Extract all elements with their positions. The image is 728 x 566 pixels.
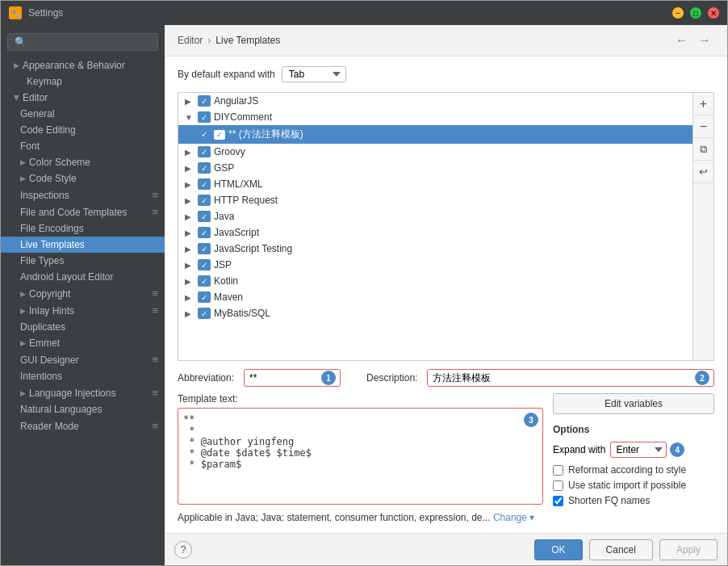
forward-button[interactable]: → — [695, 31, 714, 49]
sidebar-item-label: Font — [20, 140, 40, 152]
template-group-html-xml[interactable]: ▶ ✓ HTML/XML — [178, 176, 692, 192]
sidebar-item-gui-designer[interactable]: GUI Designer ≡ — [1, 351, 165, 368]
sidebar-item-code-style[interactable]: ▶ Code Style — [1, 170, 165, 187]
breadcrumb-parent: Editor — [178, 35, 203, 46]
static-import-checkbox[interactable] — [553, 480, 563, 491]
template-group-mybatis-sql[interactable]: ▶ ✓ MyBatis/SQL — [178, 305, 692, 321]
template-group-jsp[interactable]: ▶ ✓ JSP — [178, 257, 692, 273]
sidebar-item-natural-languages[interactable]: Natural Languages — [1, 401, 165, 417]
badge-icon: ≡ — [152, 206, 158, 218]
template-checkbox[interactable]: ✓ — [198, 211, 211, 222]
expand-with-select[interactable]: Enter Tab Space — [610, 442, 667, 458]
template-group-javascript[interactable]: ▶ ✓ JavaScript — [178, 224, 692, 241]
sidebar-item-label: Inspections — [20, 190, 69, 201]
minimize-button[interactable]: − — [672, 7, 684, 19]
sidebar-item-inlay-hints[interactable]: ▶ Inlay Hints ≡ — [1, 302, 165, 319]
sidebar-item-duplicates[interactable]: Duplicates — [1, 319, 165, 335]
chevron-icon: ▶ — [185, 164, 195, 173]
template-group-angularjs[interactable]: ▶ ✓ AngularJS — [178, 93, 692, 109]
sidebar-search-input[interactable] — [7, 33, 158, 51]
sidebar-item-font[interactable]: Font — [1, 138, 165, 154]
copy-template-button[interactable]: ⧉ — [693, 138, 713, 161]
change-link[interactable]: Change ▾ — [493, 512, 534, 523]
sidebar-item-appearance[interactable]: ▶ Appearance & Behavior — [1, 57, 165, 73]
template-checkbox[interactable]: ✓ — [198, 227, 211, 238]
maximize-button[interactable]: □ — [690, 7, 701, 19]
static-import-row: Use static import if possible — [553, 480, 714, 491]
template-checkbox[interactable]: ✓ — [198, 95, 211, 107]
cancel-button[interactable]: Cancel — [589, 539, 653, 560]
chevron-icon: ▶ — [185, 261, 195, 270]
template-checkbox[interactable]: ✓ — [198, 308, 211, 319]
sidebar-item-copyright[interactable]: ▶ Copyright ≡ — [1, 285, 165, 302]
reformat-checkbox[interactable] — [553, 465, 563, 476]
sidebar-item-label: File Encodings — [20, 223, 84, 234]
expand-default-select[interactable]: Tab Enter Space — [282, 66, 346, 82]
template-checkbox[interactable]: ✓ — [198, 146, 211, 157]
sidebar-item-label: Language Injections — [29, 388, 115, 399]
chevron-icon: ▶ — [14, 61, 19, 69]
description-input[interactable] — [427, 369, 714, 387]
template-group-maven[interactable]: ▶ ✓ Maven — [178, 289, 692, 305]
close-button[interactable]: ✕ — [708, 7, 719, 19]
edit-variables-button[interactable]: Edit variables — [553, 393, 714, 414]
change-link-text[interactable]: Change ▾ — [493, 512, 534, 523]
expand-with-wrapper: Enter Tab Space 4 — [610, 442, 667, 458]
options-group: Options Expand with Enter Tab Space — [553, 424, 714, 506]
sidebar-item-label: GUI Designer — [20, 354, 79, 366]
description-badge: 2 — [695, 371, 709, 385]
description-label: Description: — [366, 372, 417, 384]
template-group-kotlin[interactable]: ▶ ✓ Kotlin — [178, 273, 692, 289]
template-checkbox[interactable]: ✓ — [214, 130, 225, 140]
sidebar-item-android-layout-editor[interactable]: Android Layout Editor — [1, 269, 165, 285]
sidebar-item-file-types[interactable]: File Types — [1, 253, 165, 269]
sidebar-item-keymap[interactable]: Keymap — [1, 73, 165, 90]
template-text-input[interactable]: ** * * @author yingfeng * @date $date$ $… — [178, 408, 543, 505]
template-checkbox[interactable]: ✓ — [198, 195, 211, 206]
sidebar-item-label: Editor — [23, 92, 48, 103]
template-group-http-request[interactable]: ▶ ✓ HTTP Request — [178, 192, 692, 208]
template-checkbox[interactable]: ✓ — [198, 111, 211, 123]
apply-button[interactable]: Apply — [659, 539, 718, 560]
sidebar-item-file-code-templates[interactable]: File and Code Templates ≡ — [1, 203, 165, 220]
chevron-icon: ▶ — [20, 389, 26, 397]
sidebar-item-general[interactable]: General — [1, 106, 165, 122]
expand-default-select-wrapper: Tab Enter Space — [282, 66, 346, 82]
sidebar-item-color-scheme[interactable]: ▶ Color Scheme — [1, 154, 165, 170]
sidebar-item-emmet[interactable]: ▶ Emmet — [1, 335, 165, 351]
help-button[interactable]: ? — [174, 541, 192, 559]
chevron-icon: ▼ — [185, 113, 195, 122]
template-group-groovy[interactable]: ▶ ✓ Groovy — [178, 144, 692, 160]
template-group-javascript-testing[interactable]: ▶ ✓ JavaScript Testing — [178, 241, 692, 257]
template-group-java[interactable]: ▶ ✓ Java — [178, 208, 692, 224]
sidebar-item-language-injections[interactable]: ▶ Language Injections ≡ — [1, 384, 165, 401]
chevron-icon: ▶ — [185, 180, 195, 189]
template-checkbox[interactable]: ✓ — [198, 291, 211, 303]
sidebar-item-file-encodings[interactable]: File Encodings — [1, 220, 165, 237]
template-checkbox[interactable]: ✓ — [198, 178, 211, 190]
sidebar-item-code-editing[interactable]: Code Editing — [1, 122, 165, 138]
remove-template-button[interactable]: − — [693, 115, 713, 138]
sidebar-item-editor[interactable]: ▶ Editor — [1, 90, 165, 106]
sidebar-item-inspections[interactable]: Inspections ≡ — [1, 187, 165, 203]
sidebar-item-intentions[interactable]: Intentions — [1, 368, 165, 384]
app-icon: 🔧 — [9, 6, 22, 19]
options-title: Options — [553, 424, 714, 435]
template-checkbox[interactable]: ✓ — [198, 243, 211, 254]
panel-nav-buttons: ← → — [672, 31, 714, 49]
ok-button[interactable]: OK — [534, 539, 582, 560]
shorten-fq-checkbox[interactable] — [553, 496, 563, 506]
sidebar-item-label: Intentions — [20, 371, 62, 382]
template-checkbox[interactable]: ✓ — [198, 259, 211, 270]
template-checkbox[interactable]: ✓ — [198, 275, 211, 287]
back-button[interactable]: ← — [672, 31, 692, 49]
badge-icon: ≡ — [152, 189, 158, 201]
template-checkbox[interactable]: ✓ — [198, 162, 211, 174]
template-group-gsp[interactable]: ▶ ✓ GSP — [178, 160, 692, 176]
sidebar-item-reader-mode[interactable]: Reader Mode ≡ — [1, 417, 165, 434]
sidebar-item-live-templates[interactable]: Live Templates — [1, 237, 165, 253]
undo-template-button[interactable]: ↩ — [693, 161, 713, 183]
template-group-diycomment[interactable]: ▼ ✓ DIYComment — [178, 109, 692, 125]
template-item-method-comment[interactable]: ✓ ✓ ** (方法注释模板) — [178, 125, 692, 144]
add-template-button[interactable]: + — [693, 93, 713, 115]
